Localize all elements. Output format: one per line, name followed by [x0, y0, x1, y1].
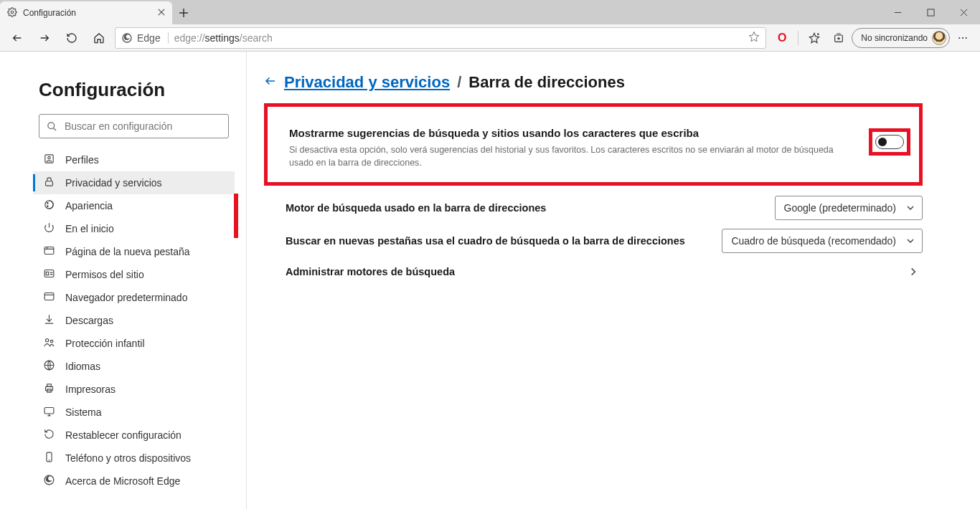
settings-search[interactable] [39, 114, 229, 138]
tab-title: Configuración [23, 8, 152, 18]
sync-label: No sincronizando [861, 33, 928, 43]
profile-icon [43, 153, 55, 167]
breadcrumb-back-icon[interactable] [264, 73, 277, 92]
toolbar-divider [798, 31, 798, 45]
newtab-search-label: Buscar en nuevas pestañas usa el cuadro … [286, 235, 685, 247]
sidebar-item-label: Impresoras [65, 384, 116, 395]
svg-point-26 [44, 475, 54, 485]
annotation-callout [234, 194, 238, 238]
svg-point-19 [50, 340, 53, 343]
sidebar-item-profile[interactable]: Perfiles [33, 148, 235, 171]
sidebar-item-lock[interactable]: Privacidad y servicios [33, 171, 235, 194]
tab-strip: Configuración [0, 0, 980, 24]
back-button[interactable] [6, 27, 29, 49]
sidebar-item-printer[interactable]: Impresoras [33, 378, 235, 401]
sidebar-item-label: Sistema [65, 406, 102, 418]
chevron-down-icon [906, 237, 915, 245]
sidebar-item-permissions[interactable]: Permisos del sitio [33, 263, 235, 286]
default-icon [43, 290, 55, 305]
svg-point-13 [47, 206, 48, 206]
new-tab-button[interactable] [172, 1, 195, 24]
newtab-search-value: Cuadro de búsqueda (recomendado) [731, 235, 896, 247]
svg-point-6 [966, 37, 967, 38]
globe-icon [43, 359, 55, 374]
search-engine-value: Google (predeterminado) [784, 202, 896, 214]
suggestions-toggle[interactable] [875, 135, 904, 149]
toolbar: Edge edge://settings/search O No sincron… [0, 24, 980, 52]
breadcrumb-link[interactable]: Privacidad y servicios [284, 73, 450, 92]
svg-rect-14 [44, 247, 54, 255]
url-text: edge://settings/search [174, 32, 743, 44]
chevron-down-icon [906, 204, 915, 212]
newtab-icon [43, 244, 55, 259]
sidebar-item-download[interactable]: Descargas [33, 309, 235, 332]
sidebar-item-family[interactable]: Protección infantil [33, 332, 235, 355]
collections-button[interactable] [827, 27, 850, 49]
extension-badge-icon[interactable]: O [771, 32, 793, 44]
svg-point-2 [123, 34, 131, 42]
manage-search-engines-row[interactable]: Administrar motores de búsqueda [264, 257, 923, 286]
sidebar-item-label: Acerca de Microsoft Edge [65, 475, 180, 487]
edge-identity-chip: Edge [121, 32, 169, 44]
profile-sync-button[interactable]: No sincronizando [852, 28, 950, 48]
breadcrumb-separator: / [457, 73, 461, 92]
favorite-star-icon[interactable] [748, 31, 760, 44]
search-icon [47, 121, 57, 132]
close-window-button[interactable] [947, 0, 980, 24]
favorites-button[interactable] [803, 27, 826, 49]
search-engine-row: Motor de búsqueda usado en la barra de d… [264, 191, 923, 224]
address-bar[interactable]: Edge edge://settings/search [115, 27, 766, 49]
svg-rect-21 [46, 386, 53, 391]
home-button[interactable] [88, 27, 110, 49]
sidebar-item-default[interactable]: Navegador predeterminado [33, 286, 235, 309]
sidebar-item-edge[interactable]: Acerca de Microsoft Edge [33, 470, 235, 493]
edge-label: Edge [137, 32, 161, 44]
settings-search-input[interactable] [65, 120, 221, 132]
settings-nav: PerfilesPrivacidad y serviciosApariencia… [33, 148, 235, 493]
more-menu-button[interactable] [951, 27, 974, 49]
sidebar-item-appearance[interactable]: Apariencia [33, 194, 235, 217]
annotation-highlight-box: Mostrarme sugerencias de búsqueda y siti… [264, 103, 923, 186]
sidebar-item-label: Teléfono y otros dispositivos [65, 452, 191, 464]
system-icon [43, 405, 55, 419]
browser-tab[interactable]: Configuración [0, 1, 172, 24]
sidebar-item-label: Protección infantil [65, 338, 145, 349]
sidebar-item-reset[interactable]: Restablecer configuración [33, 424, 235, 447]
svg-rect-17 [44, 293, 54, 300]
forward-button[interactable] [33, 27, 56, 49]
power-icon [43, 222, 55, 236]
svg-point-9 [48, 156, 51, 159]
settings-sidebar: Configuración PerfilesPrivacidad y servi… [0, 52, 247, 509]
newtab-search-select[interactable]: Cuadro de búsqueda (recomendado) [722, 229, 923, 253]
page-title: Configuración [39, 79, 235, 101]
toggle-annotation-box [869, 127, 910, 169]
sidebar-item-label: Restablecer configuración [65, 429, 182, 441]
toggle-knob [878, 138, 887, 146]
svg-point-7 [48, 122, 55, 128]
window-controls [881, 0, 980, 24]
sidebar-item-system[interactable]: Sistema [33, 401, 235, 424]
suggestions-description: Si desactiva esta opción, solo verá suge… [289, 143, 834, 169]
search-engine-select[interactable]: Google (predeterminado) [775, 196, 923, 220]
close-tab-icon[interactable] [158, 8, 165, 18]
svg-rect-10 [46, 181, 53, 186]
lock-icon [43, 176, 55, 190]
minimize-button[interactable] [881, 0, 914, 24]
sidebar-item-power[interactable]: En el inicio [33, 217, 235, 240]
sidebar-item-globe[interactable]: Idiomas [33, 355, 235, 378]
svg-point-5 [962, 37, 963, 38]
refresh-button[interactable] [60, 27, 83, 49]
phone-icon [43, 451, 55, 465]
manage-search-engines-label: Administrar motores de búsqueda [286, 266, 455, 277]
printer-icon [43, 382, 55, 396]
sidebar-item-label: Navegador predeterminado [65, 292, 187, 303]
maximize-button[interactable] [914, 0, 947, 24]
svg-rect-22 [47, 384, 52, 387]
sidebar-item-newtab[interactable]: Página de la nueva pestaña [33, 240, 235, 263]
sidebar-item-phone[interactable]: Teléfono y otros dispositivos [33, 447, 235, 470]
settings-main: Privacidad y servicios / Barra de direcc… [247, 52, 980, 509]
svg-point-12 [47, 203, 48, 204]
download-icon [43, 313, 55, 328]
appearance-icon [43, 199, 55, 213]
svg-point-18 [46, 339, 49, 342]
